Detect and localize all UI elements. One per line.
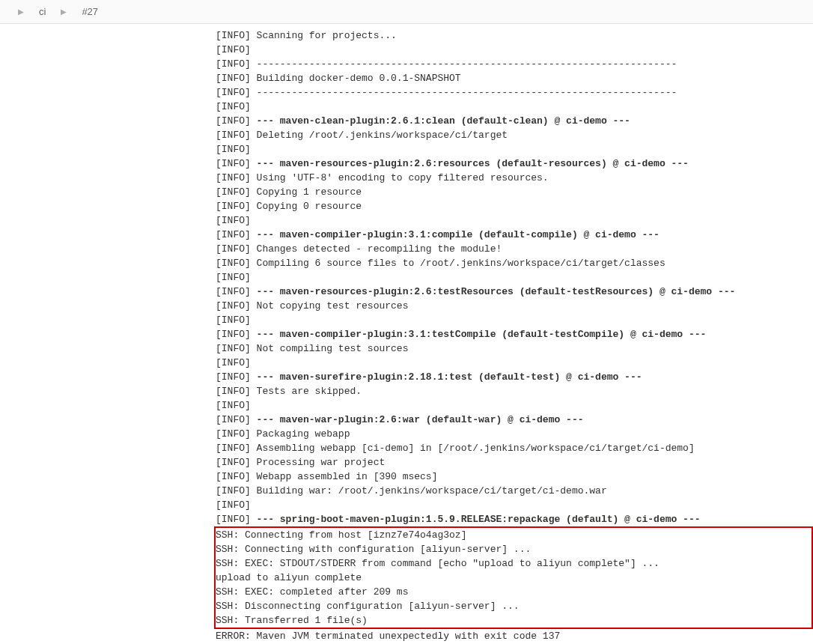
console-line: [INFO]: [216, 398, 813, 413]
console-line: [INFO] Deleting /root/.jenkins/workspace…: [216, 128, 813, 142]
console-line: [INFO] ---------------------------------…: [216, 57, 813, 71]
console-line: [INFO]: [216, 313, 813, 327]
console-line: [INFO] --- maven-clean-plugin:2.6.1:clea…: [216, 114, 813, 128]
console-line: SSH: Transferred 1 file(s): [216, 613, 812, 628]
console-line: [INFO] Copying 1 resource: [216, 185, 813, 199]
console-line: [INFO]: [216, 498, 813, 512]
console-line: [INFO] Not compiling test sources: [216, 341, 813, 356]
console-line: [INFO]: [216, 43, 813, 57]
console-line: [INFO] Building docker-demo 0.0.1-SNAPSH…: [216, 71, 813, 85]
console-line: [INFO] --- maven-war-plugin:2.6:war (def…: [216, 413, 813, 427]
console-line: [INFO] Webapp assembled in [390 msecs]: [216, 470, 813, 484]
console-line: [INFO] --- maven-resources-plugin:2.6:te…: [216, 285, 813, 299]
console-line: [INFO] Using 'UTF-8' encoding to copy fi…: [216, 171, 813, 185]
ssh-highlight-box: SSH: Connecting from host [iznz7e74o4ag3…: [214, 526, 813, 629]
breadcrumb: ▶ ci ▶ #27: [0, 0, 813, 24]
breadcrumb-item-job[interactable]: ci: [39, 6, 46, 17]
console-line: [INFO] Packaging webapp: [216, 427, 813, 441]
console-line: [INFO] Changes detected - recompiling th…: [216, 242, 813, 256]
console-line: SSH: Disconnecting configuration [aliyun…: [216, 599, 812, 613]
console-line: [INFO]: [216, 100, 813, 114]
console-line: [INFO]: [216, 270, 813, 285]
console-line: [INFO]: [216, 213, 813, 228]
console-line: [INFO]: [216, 356, 813, 370]
console-line: upload to aliyun complete: [216, 571, 812, 585]
chevron-right-icon: ▶: [18, 7, 24, 16]
console-line: [INFO] --- maven-compiler-plugin:3.1:tes…: [216, 327, 813, 341]
breadcrumb-item-build[interactable]: #27: [82, 6, 98, 17]
console-line: SSH: Connecting with configuration [aliy…: [216, 542, 812, 556]
console-output: [INFO] Scanning for projects...[INFO] [I…: [0, 24, 813, 644]
console-line: [INFO] ---------------------------------…: [216, 85, 813, 100]
console-line: [INFO] Compiling 6 source files to /root…: [216, 256, 813, 270]
console-line: SSH: Connecting from host [iznz7e74o4ag3…: [216, 528, 812, 542]
console-line: SSH: EXEC: completed after 209 ms: [216, 585, 812, 599]
console-line: ERROR: Maven JVM terminated unexpectedly…: [216, 629, 813, 643]
console-line: [INFO]: [216, 142, 813, 157]
console-line: [INFO] Tests are skipped.: [216, 384, 813, 398]
console-line: [INFO] --- spring-boot-maven-plugin:1.5.…: [216, 512, 813, 526]
console-line: [INFO] --- maven-compiler-plugin:3.1:com…: [216, 228, 813, 242]
console-line: [INFO] Processing war project: [216, 455, 813, 470]
console-line: [INFO] --- maven-resources-plugin:2.6:re…: [216, 157, 813, 171]
console-line: [INFO] Assembling webapp [ci-demo] in [/…: [216, 441, 813, 455]
console-line: [INFO] Building war: /root/.jenkins/work…: [216, 484, 813, 498]
console-line: [INFO] Copying 0 resource: [216, 199, 813, 213]
console-line: SSH: EXEC: STDOUT/STDERR from command [e…: [216, 556, 812, 571]
chevron-right-icon: ▶: [61, 7, 67, 16]
console-line: [INFO] Scanning for projects...: [216, 28, 813, 43]
console-line: [INFO] --- maven-surefire-plugin:2.18.1:…: [216, 370, 813, 384]
console-line: [INFO] Not copying test resources: [216, 299, 813, 313]
